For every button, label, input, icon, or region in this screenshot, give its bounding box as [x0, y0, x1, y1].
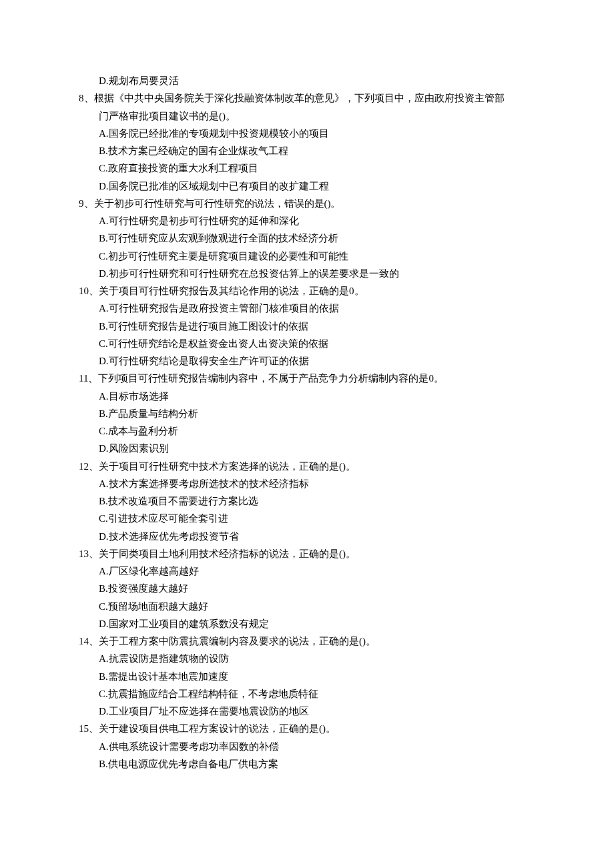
option-a: A.厂区绿化率越高越好: [79, 562, 535, 580]
question-number: 12、: [79, 461, 99, 472]
question-number: 13、: [79, 548, 99, 559]
question-stem: 关于工程方案中防震抗震编制内容及要求的说法，正确的是()。: [99, 636, 376, 646]
option-a: A.可行性研究是初步可行性研究的延伸和深化: [79, 212, 535, 230]
option-c: C.抗震措施应结合工程结构特征，不考虑地质特征: [79, 685, 535, 703]
option-d: D.可行性研究结论是取得安全生产许可证的依据: [79, 352, 535, 370]
question-15: 15、关于建设项目供电工程方案设计的说法，正确的是()。: [79, 720, 535, 737]
option-b: B.产品质量与结构分析: [79, 405, 535, 422]
option-b: B.可行性研究报告是进行项目施工图设计的依据: [79, 318, 535, 335]
option-c: C.初步可行性研究主要是研窕项目建设的必要性和可能性: [79, 248, 535, 265]
option-c: C.成本与盈利分析: [79, 422, 535, 440]
question-number: 11、: [79, 373, 98, 384]
option-a: A.目标市场选择: [79, 388, 535, 405]
question-8: 8、根据《中共中央国务院关于深化投融资体制改革的意见》，下列项目中，应由政府投资…: [79, 89, 535, 107]
option-a: A.国务院已经批准的专项规划中投资规模较小的项目: [79, 125, 535, 142]
option-b: B.技术改造项目不需要进行方案比选: [79, 492, 535, 510]
orphan-option-d: D.规划布局要灵活: [79, 72, 535, 89]
option-b: B.供电电源应优先考虑自备电厂供电方案: [79, 755, 535, 773]
question-stem: 关于初步可行性研究与可行性研究的说法，错误的是()。: [94, 198, 341, 209]
option-a: A.可行性研究报告是政府投资主管部门核准项目的依据: [79, 300, 535, 317]
question-number: 9、: [79, 198, 94, 209]
question-stem: 关于项目可行性研究中技术方案选择的说法，正确的是()。: [99, 461, 356, 472]
option-a: A.抗震设防是指建筑物的设防: [79, 650, 535, 667]
option-c: C.预留场地面积越大越好: [79, 598, 535, 615]
option-c: C.政府直接投资的重大水利工程项目: [79, 159, 535, 177]
question-stem: 关于同类项目土地利用技术经济指标的说法，正确的是()。: [99, 548, 356, 559]
question-stem: 关于项目可行性研究报告及其结论作用的说法，正确的是0。: [99, 286, 364, 296]
option-b: B.需提出设计基本地震加速度: [79, 668, 535, 685]
question-stem: 下列项目可行性研究报告编制内容中，不属于产品竞争力分析编制内容的是0。: [98, 373, 444, 384]
question-number: 10、: [79, 286, 99, 296]
page-content: D.规划布局要灵活 8、根据《中共中央国务院关于深化投融资体制改革的意见》，下列…: [0, 0, 614, 868]
option-d: D.风险因素识别: [79, 440, 535, 457]
option-b: B.可行性研究应从宏观到微观进行全面的技术经济分析: [79, 230, 535, 247]
question-9: 9、关于初步可行性研究与可行性研究的说法，错误的是()。: [79, 195, 535, 212]
question-10: 10、关于项目可行性研究报告及其结论作用的说法，正确的是0。: [79, 282, 535, 300]
question-stem: 根据《中共中央国务院关于深化投融资体制改革的意见》，下列项目中，应由政府投资主管…: [94, 93, 505, 103]
option-d: D.国家对工业项目的建筑系数没有规定: [79, 615, 535, 632]
option-b: B.技术方案已经确定的国有企业煤改气工程: [79, 142, 535, 159]
question-13: 13、关于同类项目土地利用技术经济指标的说法，正确的是()。: [79, 545, 535, 562]
question-11: 11、下列项目可行性研究报告编制内容中，不属于产品竞争力分析编制内容的是0。: [79, 370, 535, 387]
question-number: 8、: [79, 93, 94, 103]
option-b: B.投资强度越大越好: [79, 580, 535, 597]
question-stem: 关于建设项目供电工程方案设计的说法，正确的是()。: [99, 723, 336, 734]
option-d: D.工业项目厂址不应选择在需要地震设防的地区: [79, 703, 535, 720]
option-d: D.初步可行性研究和可行性研究在总投资估算上的误差要求是一致的: [79, 265, 535, 282]
option-a: A.技术方案选择要考虑所选技术的技术经济指标: [79, 475, 535, 492]
option-c: C.可行性研究结论是权益资金出资人出资决策的依据: [79, 335, 535, 352]
question-stem-continuation: 门严格审批项目建议书的是()。: [79, 107, 535, 125]
question-12: 12、关于项目可行性研究中技术方案选择的说法，正确的是()。: [79, 458, 535, 475]
question-14: 14、关于工程方案中防震抗震编制内容及要求的说法，正确的是()。: [79, 632, 535, 650]
option-c: C.引进技术应尽可能全套引进: [79, 510, 535, 527]
question-number: 14、: [79, 636, 99, 646]
question-number: 15、: [79, 723, 99, 734]
option-d: D.国务院已批准的区域规划中已有项目的改扩建工程: [79, 177, 535, 195]
option-a: A.供电系统设计需要考虑功率因数的补偿: [79, 738, 535, 755]
option-d: D.技术选择应优先考虑投资节省: [79, 528, 535, 545]
